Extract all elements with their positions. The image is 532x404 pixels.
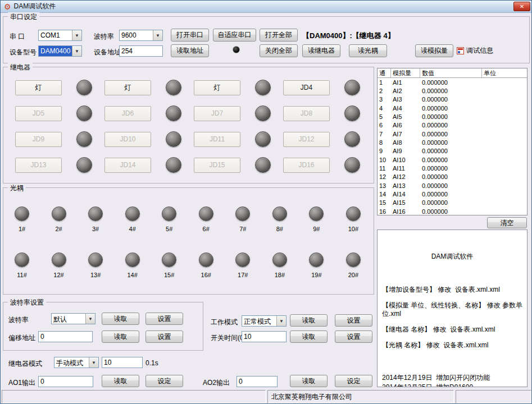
- relay-state-knob[interactable]: [344, 157, 360, 173]
- switch-time-read-button[interactable]: 读取: [290, 330, 328, 343]
- opto-channel-label: 9#: [313, 226, 320, 232]
- relay-button[interactable]: JD11: [194, 132, 240, 147]
- relay-mode-label: 继电器模式: [8, 359, 42, 369]
- opto-channel: 12#: [48, 252, 70, 278]
- analog-table-cell: 0.000000: [420, 182, 482, 189]
- relay-button[interactable]: JD14: [104, 158, 151, 173]
- relay-button[interactable]: JD7: [194, 106, 240, 121]
- relay-state-knob[interactable]: [344, 131, 360, 147]
- relay-state-knob[interactable]: [166, 105, 181, 121]
- chevron-down-icon[interactable]: ▼: [89, 357, 98, 368]
- relay-state-knob[interactable]: [76, 105, 92, 121]
- debug-info-icon: [457, 47, 464, 54]
- relay-state-knob[interactable]: [76, 80, 92, 95]
- analog-table-cell: AI1: [391, 79, 420, 86]
- opto-channel: 13#: [84, 252, 107, 278]
- relay-button[interactable]: 灯: [194, 80, 240, 95]
- analog-table-row: 16AI160.000000: [378, 207, 527, 215]
- opto-indicator-knob: [125, 252, 140, 267]
- relay-button[interactable]: JD12: [283, 132, 330, 147]
- work-mode-read-button[interactable]: 读取: [290, 314, 328, 327]
- baud-setting-label: 波特率: [8, 315, 29, 325]
- baud-read-button[interactable]: 读取: [102, 313, 139, 325]
- offset-read-button[interactable]: 读取: [102, 330, 139, 343]
- analog-table-cell: 0.000000: [420, 113, 482, 120]
- close-all-button[interactable]: 关闭全部: [260, 44, 298, 57]
- relay-state-knob[interactable]: [344, 80, 360, 95]
- work-mode-set-button[interactable]: 设置: [335, 314, 372, 327]
- offset-set-button[interactable]: 设置: [145, 330, 183, 343]
- analog-table-row: 9AI90.000000: [378, 147, 527, 155]
- relay-button[interactable]: JD10: [104, 132, 151, 147]
- device-address-input[interactable]: [119, 45, 163, 57]
- relay-state-knob[interactable]: [255, 131, 271, 147]
- port-select[interactable]: COM1 ▼: [38, 30, 82, 41]
- relay-button[interactable]: JD8: [283, 106, 330, 121]
- adaptive-serial-button[interactable]: 自适应串口: [213, 29, 256, 42]
- read-address-button[interactable]: 读取地址: [171, 44, 209, 57]
- work-mode-select[interactable]: 正常模式 ▼: [242, 315, 287, 327]
- analog-header-cell: 数值: [420, 68, 482, 77]
- relay-button[interactable]: JD13: [15, 158, 62, 173]
- opto-channel-label: 13#: [90, 272, 101, 278]
- chevron-down-icon[interactable]: ▼: [85, 314, 95, 324]
- close-button[interactable]: ✕: [513, 2, 530, 11]
- debug-note-line: 【模拟量 单位、线性转换、名称】 修改 参数单位.xml: [382, 301, 522, 318]
- relay-button[interactable]: JD4: [283, 80, 330, 95]
- open-serial-button[interactable]: 打开串口: [171, 29, 209, 42]
- read-opto-button[interactable]: 读光耦: [349, 44, 387, 57]
- relay-state-knob[interactable]: [255, 105, 271, 121]
- chevron-down-icon[interactable]: ▼: [153, 30, 162, 40]
- relay-state-knob[interactable]: [166, 131, 181, 147]
- read-analog-button[interactable]: 读模拟量: [415, 44, 453, 57]
- relay-button[interactable]: JD16: [283, 158, 330, 173]
- relay-time-input[interactable]: [102, 357, 143, 368]
- ao1-read-button[interactable]: 读取: [102, 375, 139, 387]
- chevron-down-icon[interactable]: ▼: [72, 46, 81, 56]
- open-all-button[interactable]: 打开全部: [260, 29, 298, 42]
- offset-address-input[interactable]: [38, 331, 93, 342]
- opto-channel: 10#: [342, 206, 365, 232]
- relay-button[interactable]: JD9: [15, 132, 62, 147]
- switch-time-input[interactable]: [242, 331, 287, 342]
- ao2-output-input[interactable]: [237, 376, 278, 387]
- relay-mode-value: 手动模式: [54, 357, 89, 368]
- read-relay-button[interactable]: 读继电器: [302, 44, 340, 57]
- analog-table-cell: AI5: [391, 113, 420, 120]
- ao1-output-input[interactable]: [38, 376, 93, 387]
- relay-state-knob[interactable]: [255, 157, 271, 173]
- opto-channel: 20#: [342, 252, 365, 278]
- baud-default-select[interactable]: 默认 ▼: [51, 313, 96, 324]
- relay-button[interactable]: JD6: [104, 106, 151, 121]
- clear-button[interactable]: 清空: [487, 217, 527, 228]
- relay-button[interactable]: 灯: [104, 80, 151, 95]
- switch-time-set-button[interactable]: 设置: [335, 330, 372, 343]
- relay-state-knob[interactable]: [166, 80, 181, 95]
- relay-cell: JD14: [101, 157, 190, 173]
- baud-select[interactable]: 9600 ▼: [119, 30, 163, 41]
- ao2-read-button[interactable]: 读取: [290, 375, 328, 387]
- status-led: [233, 46, 240, 53]
- relay-state-knob[interactable]: [76, 157, 92, 173]
- analog-table-cell: 0.000000: [420, 208, 482, 215]
- relay-mode-select[interactable]: 手动模式 ▼: [54, 357, 99, 368]
- chevron-down-icon[interactable]: ▼: [72, 30, 81, 40]
- chevron-down-icon[interactable]: ▼: [276, 316, 286, 326]
- opto-channel: 2#: [48, 206, 70, 232]
- relay-state-knob[interactable]: [166, 157, 181, 173]
- baud-set-button[interactable]: 设置: [145, 313, 183, 325]
- opto-channel: 8#: [269, 206, 291, 232]
- relay-state-knob[interactable]: [344, 105, 360, 121]
- analog-table: 通 模拟量 数值 单位 1AI10.0000002AI20.0000003AI3…: [377, 68, 528, 215]
- relay-state-knob[interactable]: [76, 131, 92, 147]
- relay-button[interactable]: JD5: [15, 106, 62, 121]
- relay-button[interactable]: JD15: [194, 158, 240, 173]
- ao1-set-button[interactable]: 设定: [145, 375, 183, 387]
- analog-table-cell: 16: [378, 208, 391, 215]
- ao2-set-button[interactable]: 设定: [335, 375, 372, 387]
- relay-state-knob[interactable]: [255, 80, 271, 95]
- debug-log-panel[interactable]: DAM调试软件 【增加设备型号】 修改 设备表.xml.xml【模拟量 单位、线…: [377, 229, 528, 387]
- opto-indicator-knob: [88, 206, 103, 221]
- model-select[interactable]: DAM0400 ▼: [38, 45, 82, 57]
- relay-button[interactable]: 灯: [15, 80, 62, 95]
